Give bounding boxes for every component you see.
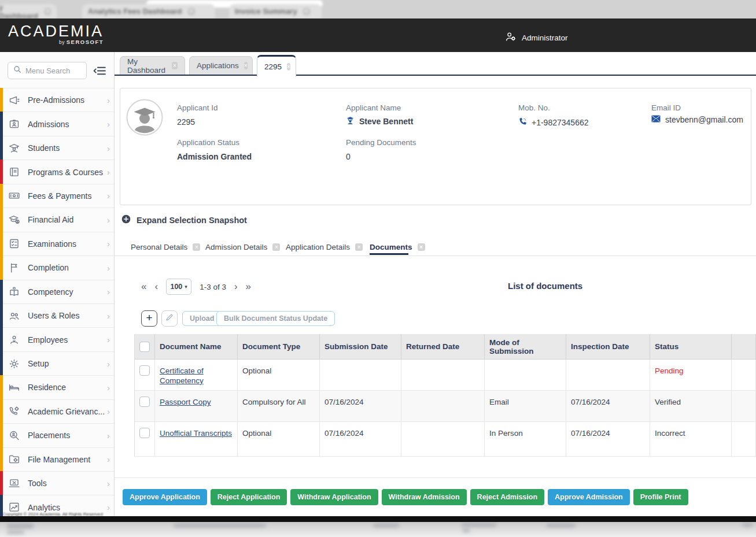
- subtab-label: Personal Details: [131, 243, 187, 251]
- menu-search-input[interactable]: [25, 66, 83, 75]
- document-link[interactable]: Certificate of Competency: [160, 366, 204, 385]
- subtab-personal-details[interactable]: Personal Details ×: [131, 243, 200, 251]
- next-page-icon[interactable]: ›: [234, 281, 238, 292]
- category-stripe: [0, 160, 3, 183]
- sidebar-item-programs-courses[interactable]: Programs & Courses›: [0, 160, 114, 183]
- row-checkbox[interactable]: [139, 428, 150, 438]
- chevron-right-icon: ›: [107, 119, 110, 129]
- bed-icon: [8, 382, 21, 394]
- browser-tab[interactable]: Invoice Summary ×: [229, 4, 322, 18]
- sidebar-item-students[interactable]: Students›: [0, 136, 114, 160]
- sidebar-item-examinations[interactable]: Examinations›: [0, 232, 114, 255]
- close-icon[interactable]: ×: [355, 243, 363, 251]
- sidebar-item-users-roles[interactable]: Users & Roles›: [0, 303, 114, 327]
- applicant-name-value: Steve Bennett: [359, 117, 413, 126]
- row-checkbox[interactable]: [139, 397, 150, 407]
- approve-admission-button[interactable]: Approve Admission: [548, 489, 630, 505]
- row-checkbox[interactable]: [139, 365, 150, 376]
- open-book-icon: [8, 286, 21, 298]
- subtab-label: Admission Details: [205, 243, 267, 251]
- empty-cell: [732, 391, 756, 422]
- close-icon[interactable]: ×: [244, 62, 248, 69]
- category-stripe: [0, 136, 3, 160]
- close-icon[interactable]: ×: [45, 8, 51, 15]
- sidebar-item-completion[interactable]: Completion›: [0, 255, 114, 279]
- mobile-value: +1-9827345662: [532, 118, 589, 127]
- app-header: ACADEMIA by SEROSOFT Administrator: [0, 18, 756, 52]
- col-header-status[interactable]: Status: [650, 334, 732, 360]
- sidebar-item-employees[interactable]: Employees›: [0, 327, 114, 351]
- approve-application-button[interactable]: Approve Application: [123, 489, 207, 505]
- reject-application-button[interactable]: Reject Application: [211, 489, 287, 505]
- withdraw-admission-button[interactable]: Withdraw Admission: [382, 489, 467, 505]
- col-header-document-name[interactable]: Document Name: [155, 334, 238, 360]
- profile-print-button[interactable]: Profile Print: [633, 489, 688, 505]
- reject-admission-button[interactable]: Reject Admission: [470, 489, 544, 505]
- tab-2295-active[interactable]: 2295 ×: [257, 55, 296, 77]
- sidebar-item-fees-payments[interactable]: Fees & Payments›: [0, 184, 114, 208]
- admin-user-menu[interactable]: Administrator: [504, 31, 568, 45]
- sidebar-item-financial-aid[interactable]: Financial Aid›: [0, 208, 114, 231]
- sidebar-item-label: Examinations: [28, 239, 76, 249]
- select-all-checkbox[interactable]: [139, 342, 150, 352]
- sidebar-menu: Pre-Admissions› Admissions› Students› Pr…: [0, 88, 114, 516]
- category-stripe: [0, 471, 3, 495]
- col-header-returned-date[interactable]: Returned Date: [401, 334, 485, 360]
- application-status-label: Application Status: [177, 138, 239, 147]
- envelope-icon: [651, 115, 661, 124]
- bulk-status-update-button[interactable]: Bulk Document Status Update: [216, 311, 335, 326]
- close-icon[interactable]: ×: [287, 63, 290, 71]
- col-header-mode-of-submission[interactable]: Mode of Submission: [485, 334, 566, 360]
- document-name-cell: Passport Copy: [155, 391, 238, 422]
- category-stripe: [0, 112, 3, 135]
- sidebar-item-file-management[interactable]: File Management›: [0, 447, 114, 471]
- close-icon[interactable]: ×: [172, 62, 178, 69]
- sidebar-item-setup[interactable]: Setup›: [0, 351, 114, 375]
- add-document-button[interactable]: +: [141, 310, 157, 327]
- users-icon: [8, 310, 21, 322]
- prev-page-icon[interactable]: ‹: [154, 281, 158, 292]
- sidebar-collapse-icon[interactable]: [93, 64, 107, 80]
- chevron-right-icon: ›: [107, 479, 110, 488]
- sidebar-item-pre-admissions[interactable]: Pre-Admissions›: [0, 88, 114, 112]
- close-icon[interactable]: ×: [193, 243, 200, 251]
- col-header-inspection-date[interactable]: Inspection Date: [566, 334, 650, 360]
- sidebar-item-academic-grievance[interactable]: Academic Grievanc...›: [0, 399, 114, 423]
- action-button-row: Approve Application Reject Application W…: [123, 489, 688, 505]
- subtab-application-details[interactable]: Application Details ×: [286, 243, 363, 251]
- tab-my-dashboard[interactable]: My Dashboard ×: [120, 56, 185, 75]
- expand-selection-snapshot[interactable]: Expand Selection Snapshot: [121, 214, 247, 225]
- category-stripe: [0, 255, 3, 279]
- col-header-document-type[interactable]: Document Type: [238, 334, 320, 360]
- withdraw-application-button[interactable]: Withdraw Application: [290, 489, 378, 505]
- phone-icon: [518, 117, 527, 128]
- subtab-documents-active[interactable]: Documents ×: [370, 243, 425, 251]
- student-avatar-icon: [346, 116, 355, 127]
- sidebar-item-tools[interactable]: Tools›: [0, 471, 114, 495]
- document-link[interactable]: Unofficial Transcripts: [160, 429, 232, 438]
- close-icon[interactable]: ×: [188, 8, 195, 15]
- browser-tab[interactable]: Analytics Fees Dashboard ×: [82, 4, 215, 18]
- last-page-icon[interactable]: »: [246, 281, 251, 292]
- sidebar-item-competency[interactable]: Competency›: [0, 280, 114, 303]
- tab-applications[interactable]: Applications ×: [189, 56, 253, 75]
- col-header-submission-date[interactable]: Submission Date: [320, 334, 401, 360]
- subtab-admission-details[interactable]: Admission Details ×: [205, 243, 280, 251]
- browser-tab[interactable]: y Dashboard ×: [0, 4, 57, 18]
- empty-cell: [732, 422, 756, 457]
- menu-search-box[interactable]: [8, 62, 87, 79]
- first-page-icon[interactable]: «: [141, 281, 146, 292]
- close-icon[interactable]: ×: [418, 243, 425, 251]
- logo-by: by: [59, 39, 65, 45]
- close-icon[interactable]: ×: [303, 8, 310, 15]
- sidebar-item-admissions[interactable]: Admissions›: [0, 112, 114, 135]
- document-type-cell: Compulsory for All: [238, 391, 320, 422]
- sidebar-item-residence[interactable]: Residence›: [0, 375, 114, 399]
- close-icon[interactable]: ×: [272, 243, 280, 251]
- id-card-icon: [8, 118, 21, 130]
- document-link[interactable]: Passport Copy: [160, 398, 211, 406]
- sidebar-item-placements[interactable]: Placements›: [0, 423, 114, 447]
- edit-button[interactable]: [161, 310, 178, 327]
- plus-circle-icon[interactable]: [121, 214, 131, 225]
- page-size-select[interactable]: 100 ▾: [166, 279, 191, 295]
